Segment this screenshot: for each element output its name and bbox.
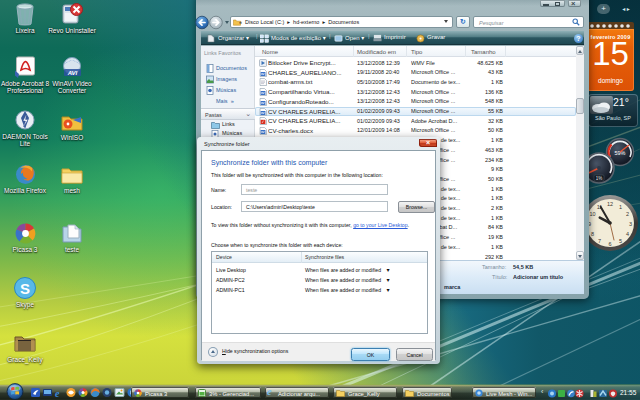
svg-text:S: S bbox=[20, 280, 30, 297]
svg-text:1%: 1% bbox=[596, 176, 603, 181]
svg-text:2: 2 bbox=[626, 211, 629, 217]
svg-text:AVI: AVI bbox=[67, 70, 78, 76]
svg-text:3: 3 bbox=[629, 221, 632, 227]
svg-text:12: 12 bbox=[607, 201, 613, 207]
svg-text:5: 5 bbox=[619, 238, 622, 244]
svg-text:4: 4 bbox=[626, 231, 629, 237]
svg-text:8: 8 bbox=[591, 231, 594, 237]
svg-text:7: 7 bbox=[598, 238, 601, 244]
svg-text:10: 10 bbox=[589, 211, 595, 217]
svg-text:e: e bbox=[55, 388, 60, 399]
svg-text:1: 1 bbox=[619, 204, 622, 210]
svg-text:6: 6 bbox=[608, 241, 611, 247]
svg-text:59%: 59% bbox=[614, 150, 625, 156]
